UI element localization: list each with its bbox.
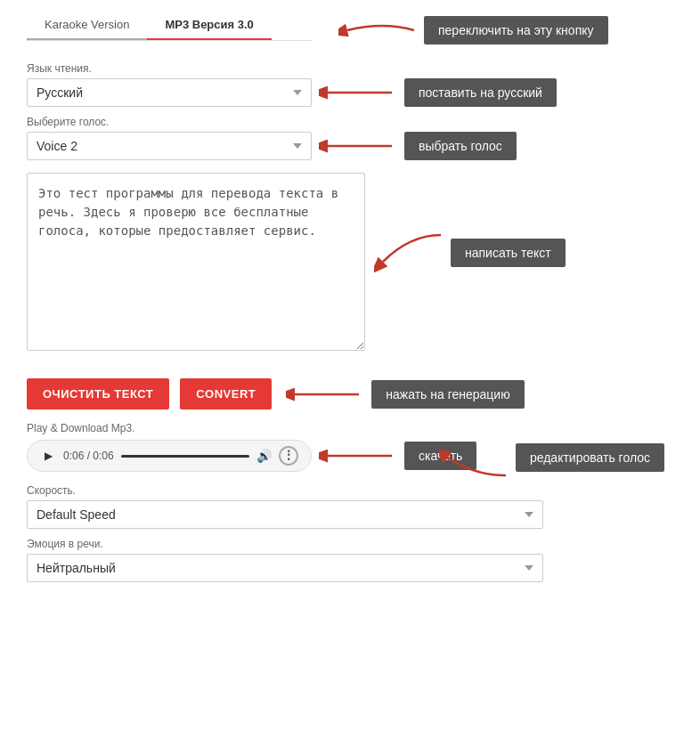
arrow-to-voice-icon — [319, 134, 399, 158]
tab-annotation: переключить на эту кнопку — [424, 16, 608, 45]
voice-select[interactable]: Voice 2 — [27, 132, 312, 160]
generate-annotation: нажать на генерацию — [371, 380, 524, 409]
more-options-button[interactable]: ⋮ — [279, 446, 298, 466]
text-input[interactable]: Это тест программы для перевода текста в… — [27, 173, 365, 351]
edit-voice-annotation: редактировать голос — [516, 443, 664, 472]
arrow-to-generate-icon — [286, 383, 366, 406]
text-annotation: написать текст — [451, 239, 566, 267]
speed-select[interactable]: Default Speed — [27, 500, 543, 529]
audio-player: ▶ 0:06 / 0:06 🔊 ⋮ — [27, 440, 312, 472]
emotion-field-label: Эмоция в речи. — [27, 538, 673, 550]
play-button[interactable]: ▶ — [40, 448, 56, 464]
volume-icon[interactable]: 🔊 — [256, 449, 272, 463]
progress-bar[interactable] — [121, 455, 249, 458]
arrow-to-text-icon — [374, 226, 445, 280]
arrow-to-tab-icon — [338, 17, 419, 44]
language-select[interactable]: Русский — [27, 78, 312, 107]
clear-text-button[interactable]: ОЧИСТИТЬ ТЕКСТ — [27, 378, 169, 410]
arrow-to-edit-voice-icon — [439, 431, 510, 484]
voice-annotation: выбрать голос — [404, 132, 517, 160]
arrow-to-language-icon — [319, 81, 399, 104]
tab-mp3-version[interactable]: MP3 Версия 3.0 — [147, 9, 271, 40]
arrow-to-download-icon — [319, 444, 399, 467]
language-annotation: поставить на русский — [404, 78, 557, 107]
convert-button[interactable]: CONVERT — [180, 378, 272, 410]
emotion-select[interactable]: Нейтральный — [27, 554, 543, 582]
tab-karaoke-version[interactable]: Karaoke Version — [27, 9, 147, 40]
language-field-label: Язык чтения. — [27, 62, 673, 75]
time-display: 0:06 / 0:06 — [63, 450, 114, 462]
speed-field-label: Скорость. — [27, 484, 673, 497]
voice-field-label: Выберите голос. — [27, 116, 673, 128]
